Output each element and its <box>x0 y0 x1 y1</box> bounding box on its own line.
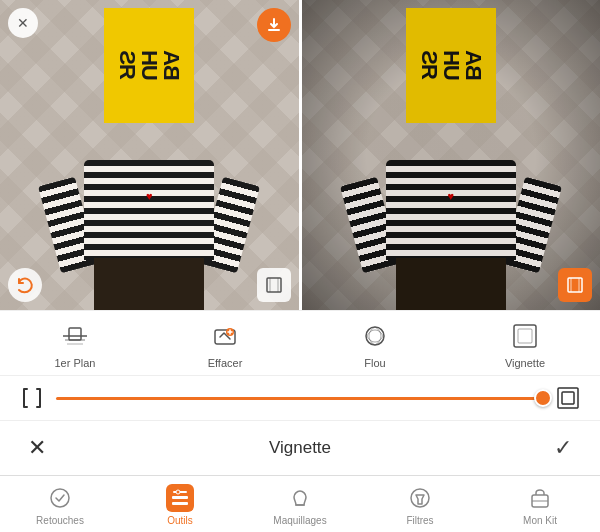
retouches-label: Retouches <box>36 515 84 526</box>
maquillages-icon <box>286 484 314 512</box>
bracket-right-icon <box>556 386 580 410</box>
vignette-title: Vignette <box>54 438 546 458</box>
vignette-slider-row <box>0 375 600 420</box>
tools-row: 1er Plan Effacer Flou <box>0 310 600 375</box>
right-photo-bg: BAUHЯS ♥ <box>302 0 601 310</box>
tool-effacer[interactable]: Effacer <box>150 319 300 369</box>
book-cover-left: BAUHЯS <box>104 8 194 123</box>
photos-section: BAUHЯS ♥ ✕ <box>0 0 600 310</box>
filtres-label: Filtres <box>406 515 433 526</box>
svg-rect-3 <box>69 328 81 340</box>
bracket-left-icon <box>20 386 44 410</box>
slider-container[interactable] <box>56 397 544 400</box>
mon-kit-label: Mon Kit <box>523 515 557 526</box>
flou-label: Flou <box>364 357 385 369</box>
book-text-left: BAUHЯS <box>116 51 182 81</box>
slider-fill <box>56 397 544 400</box>
svg-rect-15 <box>172 502 188 505</box>
vignette-cancel-button[interactable]: ✕ <box>20 431 54 465</box>
tab-mon-kit[interactable]: Mon Kit <box>480 484 600 526</box>
left-photo-bg: BAUHЯS ♥ <box>0 0 299 310</box>
outils-icon <box>166 484 194 512</box>
svg-point-13 <box>51 489 69 507</box>
expand-right-button[interactable] <box>558 268 592 302</box>
undo-button[interactable] <box>8 268 42 302</box>
tab-retouches[interactable]: Retouches <box>0 484 120 526</box>
undo-icon <box>16 276 34 294</box>
mon-kit-icon <box>526 484 554 512</box>
download-icon <box>266 17 282 33</box>
vignette-label: Vignette <box>505 357 545 369</box>
premier-plan-icon <box>58 319 92 353</box>
expand-icon <box>265 276 283 294</box>
shirt-left <box>84 160 214 260</box>
expand-left-button[interactable] <box>257 268 291 302</box>
bottom-tabs: Retouches Outils Maquillages <box>0 475 600 532</box>
svg-rect-10 <box>518 329 532 343</box>
heart-left: ♥ <box>146 190 153 202</box>
vignette-bottom-bar: ✕ Vignette ✓ <box>0 420 600 475</box>
tab-maquillages[interactable]: Maquillages <box>240 484 360 526</box>
tab-filtres[interactable]: Filtres <box>360 484 480 526</box>
svg-rect-14 <box>172 496 188 499</box>
tool-flou[interactable]: Flou <box>300 319 450 369</box>
effacer-icon <box>208 319 242 353</box>
outils-label: Outils <box>167 515 193 526</box>
download-button[interactable] <box>257 8 291 42</box>
vignette-confirm-button[interactable]: ✓ <box>546 431 580 465</box>
maquillages-label: Maquillages <box>273 515 326 526</box>
tab-outils[interactable]: Outils <box>120 484 240 526</box>
expand-right-icon <box>566 276 584 294</box>
book-text-right: BAUHЯS <box>418 51 484 81</box>
slider-thumb[interactable] <box>534 389 552 407</box>
premier-plan-label: 1er Plan <box>55 357 96 369</box>
right-photo-panel: BAUHЯS ♥ <box>299 0 601 310</box>
shirt-right <box>386 160 516 260</box>
pants-right <box>396 258 506 310</box>
svg-rect-11 <box>558 388 578 408</box>
left-photo-panel: BAUHЯS ♥ ✕ <box>0 0 299 310</box>
pants-left <box>94 258 204 310</box>
close-button[interactable]: ✕ <box>8 8 38 38</box>
heart-right: ♥ <box>447 190 454 202</box>
svg-rect-12 <box>562 392 574 404</box>
svg-point-16 <box>176 490 180 494</box>
vignette-icon <box>508 319 542 353</box>
svg-rect-9 <box>514 325 536 347</box>
effacer-label: Effacer <box>208 357 243 369</box>
book-cover-right: BAUHЯS <box>406 8 496 123</box>
retouches-icon <box>46 484 74 512</box>
tool-vignette[interactable]: Vignette <box>450 319 600 369</box>
flou-icon <box>358 319 392 353</box>
svg-rect-0 <box>267 278 281 292</box>
filtres-icon <box>406 484 434 512</box>
tool-premier-plan[interactable]: 1er Plan <box>0 319 150 369</box>
svg-rect-1 <box>568 278 582 292</box>
